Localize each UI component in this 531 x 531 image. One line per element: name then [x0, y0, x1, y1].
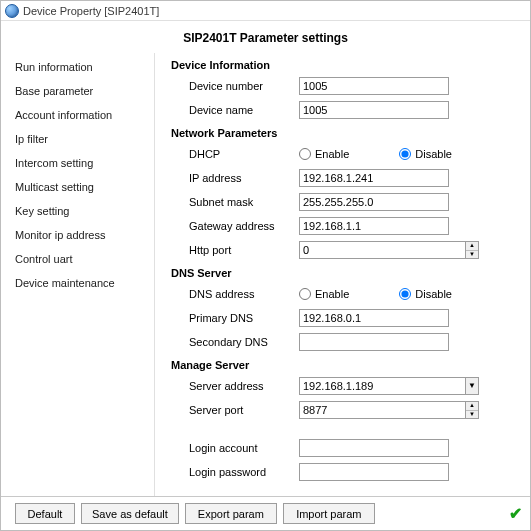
section-network-parameters: Network Parameters [171, 127, 518, 139]
device-property-window: Device Property [SIP2401T] SIP2401T Para… [0, 0, 531, 531]
save-as-default-button[interactable]: Save as default [81, 503, 179, 524]
radio-dns-enable[interactable] [299, 288, 311, 300]
section-device-information: Device Information [171, 59, 518, 71]
label-device-number: Device number [171, 80, 299, 92]
input-device-number[interactable] [299, 77, 449, 95]
radio-label-dns-disable: Disable [415, 288, 452, 300]
dropdown-server-address[interactable]: ▼ [465, 377, 479, 395]
sidebar-item-account-information[interactable]: Account information [3, 103, 154, 127]
sidebar-item-control-uart[interactable]: Control uart [3, 247, 154, 271]
radio-label-enable: Enable [315, 148, 349, 160]
sidebar-item-multicast-setting[interactable]: Multicast setting [3, 175, 154, 199]
radio-dhcp-disable[interactable] [399, 148, 411, 160]
spinner-http-port[interactable]: ▲▼ [465, 241, 479, 259]
label-ip-address: IP address [171, 172, 299, 184]
label-gateway-address: Gateway address [171, 220, 299, 232]
radio-label-disable: Disable [415, 148, 452, 160]
sidebar-item-base-parameter[interactable]: Base parameter [3, 79, 154, 103]
import-param-button[interactable]: Import param [283, 503, 375, 524]
section-manage-server: Manage Server [171, 359, 518, 371]
window-title: Device Property [SIP2401T] [23, 5, 159, 17]
input-subnet-mask[interactable] [299, 193, 449, 211]
radio-group-dns: Enable Disable [299, 288, 452, 300]
sidebar-item-device-maintenance[interactable]: Device maintenance [3, 271, 154, 295]
label-dhcp: DHCP [171, 148, 299, 160]
label-login-account: Login account [171, 442, 299, 454]
chevron-down-icon: ▼ [466, 251, 478, 259]
main-body: Run information Base parameter Account i… [1, 53, 530, 496]
chevron-up-icon: ▲ [466, 402, 478, 411]
radio-dhcp-enable[interactable] [299, 148, 311, 160]
label-login-password: Login password [171, 466, 299, 478]
sidebar-item-intercom-setting[interactable]: Intercom setting [3, 151, 154, 175]
chevron-down-icon: ▼ [466, 411, 478, 419]
input-gateway-address[interactable] [299, 217, 449, 235]
app-icon [5, 4, 19, 18]
input-server-address[interactable] [299, 377, 465, 395]
footer-bar: Default Save as default Export param Imp… [1, 496, 530, 530]
input-login-account[interactable] [299, 439, 449, 457]
sidebar-item-monitor-ip-address[interactable]: Monitor ip address [3, 223, 154, 247]
input-secondary-dns[interactable] [299, 333, 449, 351]
content-panel: Device Information Device number Device … [155, 53, 524, 496]
input-login-password[interactable] [299, 463, 449, 481]
radio-label-dns-enable: Enable [315, 288, 349, 300]
page-title: SIP2401T Parameter settings [1, 21, 530, 53]
sidebar-item-key-setting[interactable]: Key setting [3, 199, 154, 223]
label-device-name: Device name [171, 104, 299, 116]
label-server-address: Server address [171, 380, 299, 392]
chevron-up-icon: ▲ [466, 242, 478, 251]
label-secondary-dns: Secondary DNS [171, 336, 299, 348]
check-icon: ✔ [509, 504, 522, 523]
radio-dns-disable[interactable] [399, 288, 411, 300]
spinner-server-port[interactable]: ▲▼ [465, 401, 479, 419]
sidebar: Run information Base parameter Account i… [3, 53, 155, 496]
input-primary-dns[interactable] [299, 309, 449, 327]
window-titlebar: Device Property [SIP2401T] [1, 1, 530, 21]
input-http-port[interactable] [299, 241, 465, 259]
input-server-port[interactable] [299, 401, 465, 419]
label-server-port: Server port [171, 404, 299, 416]
label-dns-address: DNS address [171, 288, 299, 300]
input-device-name[interactable] [299, 101, 449, 119]
label-http-port: Http port [171, 244, 299, 256]
label-subnet-mask: Subnet mask [171, 196, 299, 208]
export-param-button[interactable]: Export param [185, 503, 277, 524]
sidebar-item-ip-filter[interactable]: Ip filter [3, 127, 154, 151]
input-ip-address[interactable] [299, 169, 449, 187]
sidebar-item-run-information[interactable]: Run information [3, 55, 154, 79]
label-primary-dns: Primary DNS [171, 312, 299, 324]
section-dns-server: DNS Server [171, 267, 518, 279]
radio-group-dhcp: Enable Disable [299, 148, 452, 160]
default-button[interactable]: Default [15, 503, 75, 524]
